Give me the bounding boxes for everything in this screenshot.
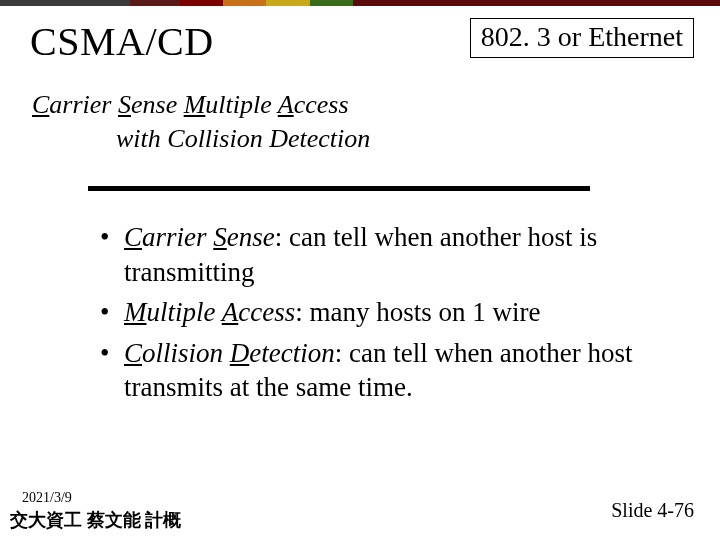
subtitle-line2: with Collision Detection (116, 124, 370, 154)
subtitle-m: M (184, 90, 206, 119)
ethernet-badge: 802. 3 or Ethernet (470, 18, 694, 58)
subtitle-ollision: ollision (185, 124, 270, 153)
subtitle-line1: Carrier Sense Multiple Access (32, 90, 349, 120)
subtitle-cd-d: D (269, 124, 288, 153)
horizontal-rule (88, 186, 590, 191)
subtitle-etection: etection (288, 124, 370, 153)
term: Multiple Access (124, 297, 295, 327)
term: Carrier Sense (124, 222, 275, 252)
list-item: Multiple Access: many hosts on 1 wire (96, 295, 660, 330)
subtitle-ccess: ccess (294, 90, 349, 119)
subtitle-a: A (278, 90, 294, 119)
term: Collision Detection (124, 338, 335, 368)
subtitle-ense: ense (131, 90, 184, 119)
footer-author: 交大資工 蔡文能 計概 (10, 508, 181, 532)
subtitle-cd-c: C (167, 124, 184, 153)
footer-pager: Slide 4-76 (611, 499, 694, 522)
subtitle-s: S (118, 90, 131, 119)
subtitle-ultiple: ultiple (205, 90, 277, 119)
bullet-text: : many hosts on 1 wire (295, 297, 540, 327)
subtitle-c: C (32, 90, 49, 119)
decorative-stripe (0, 0, 720, 6)
bullet-list: Carrier Sense: can tell when another hos… (96, 220, 660, 411)
page-title: CSMA/CD (30, 18, 214, 65)
list-item: Carrier Sense: can tell when another hos… (96, 220, 660, 289)
header: CSMA/CD 802. 3 or Ethernet (30, 18, 694, 65)
slide: CSMA/CD 802. 3 or Ethernet Carrier Sense… (0, 0, 720, 540)
subtitle-arrier: arrier (49, 90, 118, 119)
footer-date: 2021/3/9 (22, 490, 72, 506)
list-item: Collision Detection: can tell when anoth… (96, 336, 660, 405)
subtitle-with: with (116, 124, 167, 153)
